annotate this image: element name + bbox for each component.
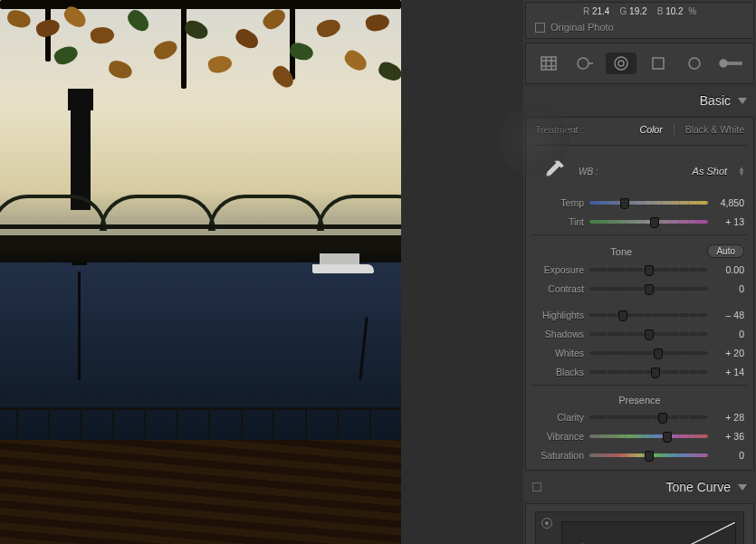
targeted-adjustment-icon[interactable] bbox=[541, 518, 552, 529]
highlights-value[interactable]: – 48 bbox=[713, 310, 744, 320]
chevron-down-icon bbox=[738, 98, 747, 104]
treatment-label: Treatment : bbox=[535, 124, 583, 135]
svg-rect-0 bbox=[541, 57, 556, 70]
saturation-value[interactable]: 0 bbox=[713, 450, 744, 461]
basic-section-header[interactable]: Basic bbox=[523, 86, 756, 115]
contrast-value[interactable]: 0 bbox=[713, 283, 744, 294]
whites-label: Whites bbox=[535, 348, 584, 358]
svg-point-5 bbox=[689, 58, 700, 69]
clarity-value[interactable]: + 28 bbox=[713, 412, 744, 423]
svg-rect-7 bbox=[727, 62, 742, 64]
highlights-label: Highlights bbox=[535, 310, 584, 320]
temp-value[interactable]: 4,850 bbox=[713, 197, 744, 208]
panel-switch-icon[interactable] bbox=[532, 482, 541, 492]
shadows-slider[interactable] bbox=[589, 332, 708, 336]
exposure-slider[interactable] bbox=[589, 268, 708, 272]
canvas-background bbox=[401, 0, 523, 544]
treatment-bw-button[interactable]: Black & White bbox=[685, 124, 744, 135]
stepper-icon: ▲▼ bbox=[738, 167, 744, 176]
develop-panel: R 21.4 G 19.2 B 10.2 % Original Photo bbox=[523, 0, 756, 544]
treatment-color-button[interactable]: Color bbox=[640, 124, 663, 135]
svg-point-6 bbox=[720, 60, 727, 67]
tint-label: Tint bbox=[535, 216, 584, 227]
clarity-label: Clarity bbox=[535, 412, 584, 423]
tone-subheader: Tone bbox=[535, 246, 707, 257]
graduated-filter-button[interactable] bbox=[643, 52, 674, 74]
wb-label: WB : bbox=[579, 167, 598, 177]
temp-label: Temp bbox=[535, 197, 584, 208]
checkbox-icon bbox=[535, 23, 545, 33]
chevron-down-icon bbox=[738, 484, 747, 491]
exposure-label: Exposure bbox=[535, 264, 584, 275]
svg-point-1 bbox=[578, 58, 589, 69]
vibrance-slider[interactable] bbox=[589, 434, 708, 438]
contrast-slider[interactable] bbox=[589, 287, 708, 291]
whites-slider[interactable] bbox=[589, 351, 708, 355]
exposure-value[interactable]: 0.00 bbox=[713, 264, 744, 275]
spot-removal-button[interactable] bbox=[569, 52, 600, 74]
adjustment-brush-button[interactable] bbox=[715, 52, 746, 74]
rgb-readout: R 21.4 G 19.2 B 10.2 % bbox=[526, 3, 753, 16]
svg-rect-4 bbox=[653, 58, 664, 69]
blacks-value[interactable]: + 14 bbox=[713, 367, 744, 377]
shadows-value[interactable]: 0 bbox=[713, 329, 744, 339]
svg-line-8 bbox=[562, 522, 735, 544]
svg-point-2 bbox=[615, 57, 627, 70]
whites-value[interactable]: + 20 bbox=[713, 348, 744, 358]
tint-slider[interactable] bbox=[589, 220, 708, 224]
saturation-label: Saturation bbox=[535, 450, 584, 461]
contrast-label: Contrast bbox=[535, 283, 584, 294]
original-photo-toggle[interactable]: Original Photo bbox=[526, 16, 753, 38]
presence-subheader: Presence bbox=[535, 395, 744, 406]
wb-preset-dropdown[interactable]: As Shot bbox=[693, 166, 728, 177]
vibrance-label: Vibrance bbox=[535, 431, 584, 442]
blacks-label: Blacks bbox=[535, 367, 584, 377]
tone-curve-graph[interactable] bbox=[535, 511, 744, 544]
blacks-slider[interactable] bbox=[589, 370, 708, 374]
tint-value[interactable]: + 13 bbox=[713, 216, 744, 227]
shadows-label: Shadows bbox=[535, 329, 584, 339]
svg-point-3 bbox=[618, 61, 624, 66]
radial-filter-button[interactable] bbox=[679, 52, 710, 74]
auto-tone-button[interactable]: Auto bbox=[707, 244, 744, 258]
temp-slider[interactable] bbox=[589, 201, 708, 205]
vibrance-value[interactable]: + 36 bbox=[713, 431, 744, 442]
clarity-slider[interactable] bbox=[589, 415, 708, 419]
saturation-slider[interactable] bbox=[589, 453, 708, 457]
white-balance-eyedropper-button[interactable] bbox=[535, 153, 571, 189]
crop-tool-button[interactable] bbox=[533, 52, 564, 74]
redeye-tool-button[interactable] bbox=[606, 52, 636, 74]
photo-preview[interactable]: /*generated leaves below as static*/ bbox=[0, 0, 401, 544]
highlights-slider[interactable] bbox=[589, 313, 708, 317]
tone-curve-section-header[interactable]: Tone Curve bbox=[523, 472, 756, 501]
